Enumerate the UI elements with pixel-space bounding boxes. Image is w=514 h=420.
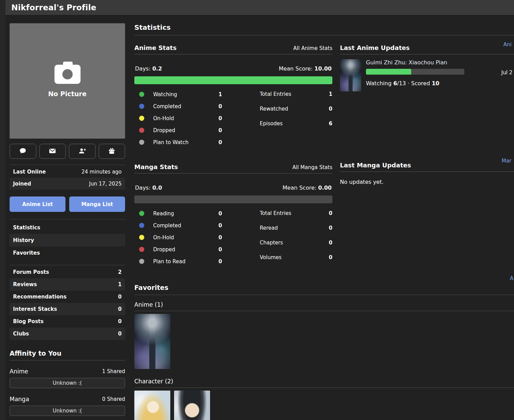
episodes-row: Episodes 6	[260, 120, 332, 135]
total-value: 0	[329, 240, 332, 246]
manga-days-row: Days: 0.0 Mean Score: 0.00	[134, 184, 332, 191]
completed-dot	[139, 223, 144, 228]
sidebar-item-blog-posts[interactable]: Blog Posts 0	[10, 315, 125, 328]
total-label: Total Entries	[260, 210, 291, 216]
sidebar-item-clubs[interactable]: Clubs 0	[10, 328, 125, 340]
manga-status-list: Reading 0 Completed 0 On-Hold 0	[134, 207, 222, 268]
sidebar-item-interest-stacks[interactable]: Interest Stacks 0	[10, 303, 125, 315]
no-picture-label: No Picture	[48, 90, 86, 98]
affinity-section: Affinity to You Anime 1 Shared Unknown :…	[10, 349, 125, 416]
status-row-reading: Reading 0	[134, 207, 222, 219]
manga-history-link-cut[interactable]: Mar	[502, 158, 511, 164]
count-label: Forum Posts	[13, 269, 49, 275]
anime-list-button[interactable]: Anime List	[10, 196, 65, 212]
status-label[interactable]: Dropped	[153, 127, 214, 133]
manga-score-bar	[134, 195, 332, 203]
manga-list-button[interactable]: Manga List	[69, 196, 125, 212]
sidebar-item-statistics[interactable]: Statistics	[10, 221, 125, 234]
anime-update-thumbnail[interactable]	[340, 59, 361, 91]
profile-info-rows: Last Online 24 minutes ago Joined Jun 17…	[10, 165, 125, 190]
status-count: 0	[214, 258, 222, 265]
gift-button[interactable]	[99, 144, 125, 159]
joined-row: Joined Jun 17, 2025	[10, 178, 125, 190]
status-label[interactable]: Plan to Watch	[153, 139, 214, 145]
count-value: 0	[118, 294, 122, 300]
sidebar-item-favorites[interactable]: Favorites	[10, 246, 125, 259]
comment-button[interactable]	[10, 144, 36, 159]
chapters-row: Chapters 0	[260, 239, 332, 254]
status-label[interactable]: Completed	[153, 103, 214, 110]
favorite-character-1-image[interactable]	[134, 391, 170, 420]
status-count: 0	[214, 115, 222, 122]
status-count: 0	[214, 211, 222, 217]
total-entries-row: Total Entries 1	[260, 90, 332, 105]
last-anime-updates-title: Last Anime Updates	[340, 44, 409, 51]
status-label[interactable]: Dropped	[153, 246, 214, 253]
add-friend-icon	[78, 147, 86, 156]
total-label: Volumes	[260, 254, 282, 260]
total-label: Rewatched	[260, 106, 288, 112]
favorite-anime-cover[interactable]	[134, 314, 170, 369]
favorites-anime-subheading: Anime (1)	[134, 301, 514, 311]
status-row-onhold: On-Hold 0	[134, 112, 222, 124]
updates-column: Last Anime Updates Guimi Zhi Zhu: Xiaoch…	[340, 35, 514, 268]
all-anime-stats-link[interactable]: All Anime Stats	[293, 45, 332, 51]
gift-icon	[108, 147, 115, 156]
statistics-main: Statistics Anime Stats All Anime Stats D…	[134, 22, 514, 420]
status-label[interactable]: Completed	[153, 222, 214, 229]
profile-picture-placeholder: No Picture	[10, 23, 125, 139]
status-label[interactable]: Watching	[153, 91, 214, 98]
volumes-row: Volumes 0	[260, 254, 332, 268]
add-friend-button[interactable]	[69, 144, 96, 159]
rewatched-row: Rewatched 0	[260, 105, 332, 120]
status-row-plan-to-watch: Plan to Watch 0	[134, 136, 222, 148]
anime-status-list: Watching 1 Completed 0 On-Hold 0	[134, 88, 222, 148]
dropped-dot	[139, 128, 144, 133]
sidebar-item-reviews[interactable]: Reviews 1	[10, 278, 125, 291]
manga-status-columns: Reading 0 Completed 0 On-Hold 0	[134, 207, 332, 268]
count-value: 1	[118, 281, 122, 288]
affinity-anime-label: Anime	[10, 368, 28, 375]
last-online-value: 24 minutes ago	[82, 169, 122, 175]
message-button[interactable]	[39, 144, 66, 159]
dropped-dot	[139, 247, 144, 252]
anime-totals-list: Total Entries 1 Rewatched 0 Episodes 6	[260, 88, 332, 148]
watching-dot	[139, 92, 144, 97]
affinity-manga-label: Manga	[10, 396, 29, 403]
page-title: Nikforreal's Profile	[11, 3, 96, 12]
anime-update-entry: Guimi Zhi Zhu: Xiaochou Pian Watching 6/…	[340, 59, 514, 91]
status-row-watching: Watching 1	[134, 88, 222, 100]
status-count: 1	[214, 91, 222, 98]
status-label[interactable]: Plan to Read	[153, 258, 214, 265]
affinity-anime-shared: 1 Shared	[102, 368, 125, 374]
status-label[interactable]: On-Hold	[153, 234, 214, 241]
statistics-heading: Statistics	[134, 23, 514, 35]
all-favorites-link-cut[interactable]: A	[510, 275, 513, 281]
last-online-label: Last Online	[13, 169, 46, 175]
anime-history-link-cut[interactable]: Ani	[503, 41, 512, 48]
status-row-completed: Completed 0	[134, 219, 222, 231]
status-row-dropped: Dropped 0	[134, 124, 222, 136]
count-value: 2	[118, 269, 122, 275]
status-label[interactable]: Reading	[153, 211, 214, 217]
status-row-completed: Completed 0	[134, 100, 222, 112]
anime-update-title-link[interactable]: Guimi Zhi Zhu: Xiaochou Pian	[366, 59, 514, 66]
last-manga-updates-title: Last Manga Updates	[340, 162, 411, 169]
affinity-title: Affinity to You	[10, 349, 125, 360]
anime-days-row: Days: 0.2 Mean Score: 10.00	[134, 65, 332, 72]
favorites-anime-row	[134, 314, 514, 369]
sidebar-item-recommendations[interactable]: Recommendations 0	[10, 291, 125, 303]
sidebar-item-forum-posts[interactable]: Forum Posts 2	[10, 266, 125, 278]
favorite-character-2-image[interactable]	[174, 391, 210, 420]
count-label: Clubs	[13, 331, 29, 337]
camera-icon	[54, 65, 81, 84]
sidebar-item-history[interactable]: History	[10, 234, 125, 246]
anime-status-columns: Watching 1 Completed 0 On-Hold 0	[134, 88, 332, 148]
anime-update-progress-bar	[366, 69, 464, 75]
status-label[interactable]: On-Hold	[153, 115, 214, 122]
plan-to-watch-dot	[139, 140, 144, 145]
all-manga-stats-link[interactable]: All Manga Stats	[292, 164, 332, 170]
anime-stats-title: Anime Stats	[134, 44, 176, 51]
manga-stats-title: Manga Stats	[134, 163, 178, 170]
total-value: 1	[329, 91, 332, 97]
